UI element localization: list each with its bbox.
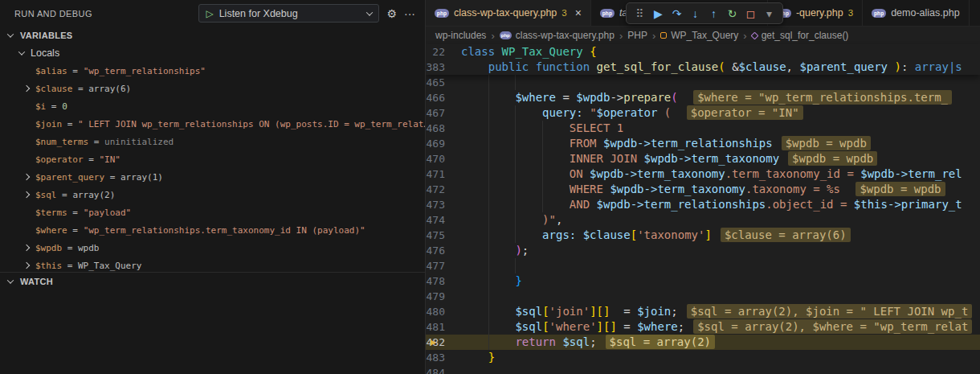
code-line[interactable]: 476);	[426, 243, 980, 258]
session-dropdown-icon[interactable]: ▾	[762, 8, 776, 19]
indent-guide	[488, 121, 516, 136]
expand-chevron-icon[interactable]	[24, 192, 35, 197]
restart-button-icon[interactable]: ↻	[725, 8, 739, 19]
line-number[interactable]: 480	[426, 304, 461, 319]
code-line[interactable]: 484	[426, 365, 980, 374]
continue-button-icon[interactable]: ▶	[651, 8, 665, 19]
code-line[interactable]: ▶482return $sql;$sql = array(2)	[426, 335, 980, 350]
code-line[interactable]: 483}	[426, 350, 980, 365]
step-out-button-icon[interactable]: ↑	[707, 8, 721, 19]
line-number[interactable]: 465	[426, 75, 461, 90]
expand-chevron-icon[interactable]	[24, 175, 35, 179]
variables-section-header[interactable]: VARIABLES	[0, 27, 425, 44]
code-line[interactable]: 474)",	[426, 212, 980, 228]
variable-value: array(6)	[88, 84, 131, 94]
line-number[interactable]: 467	[426, 105, 461, 121]
line-number[interactable]: 475	[426, 228, 461, 243]
watch-section-header[interactable]: WATCH	[0, 272, 425, 290]
variable-row[interactable]: $clause = array(6)	[0, 80, 425, 97]
variable-row[interactable]: $i = 0	[0, 97, 425, 115]
line-number[interactable]: 466	[426, 90, 461, 105]
breadcrumb-separator: ›	[491, 30, 494, 42]
breadcrumb-item[interactable]: wp-includes	[435, 30, 486, 41]
step-over-button-icon[interactable]: ↷	[670, 8, 684, 19]
code-line[interactable]: 471ON $wpdb->term_taxonomy.term_taxonomy…	[426, 166, 980, 182]
variable-row[interactable]: $alias = "wp_term_relationships"	[0, 62, 425, 80]
code-token: ,	[786, 60, 800, 73]
code-line[interactable]: 473AND $wpdb->term_relationships.object_…	[426, 197, 980, 212]
indent-guide	[488, 182, 516, 197]
code-line[interactable]: 466$where = $wpdb->prepare( $where = "wp…	[426, 90, 980, 105]
code-line[interactable]: 468SELECT 1	[426, 121, 980, 136]
line-number[interactable]: 473	[426, 197, 461, 212]
code-line[interactable]: 480$sql['join'][] = $join;$sql = array(2…	[426, 304, 980, 319]
line-number[interactable]: 469	[426, 136, 461, 151]
line-number[interactable]: 472	[426, 182, 461, 197]
code-token: ;	[678, 320, 684, 333]
tab[interactable]: phpdemo-alias.php	[863, 0, 969, 26]
tab[interactable]: phpclass-wp-tax-query.php3×	[426, 0, 591, 26]
expand-chevron-icon[interactable]	[24, 245, 35, 250]
indent-guide	[461, 243, 488, 258]
gear-icon[interactable]: ⚙	[386, 8, 397, 19]
variable-row[interactable]: $parent_query = array(1)	[0, 168, 425, 186]
variable-row[interactable]: $operator = "IN"	[0, 150, 425, 168]
line-content: WHERE $wpdb->term_taxonomy.taxonomy = %s…	[461, 183, 945, 195]
line-number[interactable]: 471	[426, 166, 461, 182]
step-into-button-icon[interactable]: ↓	[688, 8, 702, 19]
code-line[interactable]: 479	[426, 289, 980, 304]
code-line[interactable]: 467query: "$operator ( $operator = "IN"	[426, 105, 980, 121]
variable-row[interactable]: $wpdb = wpdb	[0, 239, 425, 257]
scope-locals-row[interactable]: Locals	[0, 44, 425, 62]
expand-chevron-icon[interactable]	[24, 263, 35, 268]
indent-guide	[461, 136, 488, 151]
variable-row[interactable]: $join = " LEFT JOIN wp_term_relationship…	[0, 115, 425, 133]
start-debugging-icon[interactable]: ▷	[206, 9, 213, 18]
line-number[interactable]: 470	[426, 151, 461, 166]
variable-row[interactable]: $terms = "payload"	[0, 203, 425, 221]
line-number[interactable]: 481	[426, 319, 461, 335]
code-line[interactable]: 475args: $clause['taxonomy']$clause = ar…	[426, 228, 980, 243]
drag-handle-icon[interactable]: ⠿	[633, 8, 647, 19]
more-actions-icon[interactable]: ···	[404, 8, 415, 19]
sticky-line[interactable]: 383public function get_sql_for_clause( &…	[426, 60, 980, 75]
line-number[interactable]: 383	[426, 60, 461, 75]
debug-inline-hint: $operator = "IN"	[687, 105, 803, 120]
tab-label: demo-alias.php	[891, 7, 959, 18]
code-line[interactable]: 469FROM $wpdb->term_relationships$wpdb =…	[426, 136, 980, 151]
variable-row[interactable]: $sql = array(2)	[0, 186, 425, 203]
code-line[interactable]: 478}	[426, 273, 980, 289]
variable-row[interactable]: $this = WP_Tax_Query	[0, 257, 425, 272]
indent-guide	[542, 121, 570, 136]
code-line[interactable]: 470INNER JOIN $wpdb->term_taxonomy$wpdb …	[426, 151, 980, 166]
line-number[interactable]: 484	[426, 365, 461, 374]
variable-value: array(1)	[120, 172, 163, 183]
variable-row[interactable]: $where = "wp_term_relationships.term_tax…	[0, 221, 425, 239]
breadcrumb-item[interactable]: phpclass-wp-tax-query.php	[500, 30, 615, 41]
line-number[interactable]: 477	[426, 258, 461, 273]
line-number[interactable]: 22	[426, 44, 461, 60]
line-number[interactable]: 478	[426, 273, 461, 289]
debug-config-dropdown[interactable]: ▷ Listen for Xdebug	[198, 4, 379, 23]
code-line[interactable]: 477	[426, 258, 980, 273]
code-line[interactable]: 481$sql['where'][] = $where;$sql = array…	[426, 319, 980, 335]
variable-row[interactable]: $num_terms = uninitialized	[0, 133, 425, 150]
line-number[interactable]: 479	[426, 289, 461, 304]
expand-chevron-icon[interactable]	[24, 86, 35, 91]
breadcrumb-item[interactable]: get_sql_for_clause()	[752, 30, 849, 41]
line-number[interactable]: 476	[426, 243, 461, 258]
code-line[interactable]: 472WHERE $wpdb->term_taxonomy.taxonomy =…	[426, 182, 980, 197]
stop-button-icon[interactable]: ◻	[744, 8, 757, 19]
code-line[interactable]: 465	[426, 75, 980, 90]
tab-label: class-wp-tax-query.php	[454, 7, 557, 18]
breadcrumb-separator: ›	[652, 30, 655, 42]
breadcrumb-item[interactable]: PHP	[627, 30, 647, 41]
indent-guide	[488, 90, 516, 105]
line-number[interactable]: 474	[426, 212, 461, 228]
sticky-line[interactable]: 22class WP_Tax_Query {	[426, 44, 980, 60]
line-number[interactable]: 468	[426, 121, 461, 136]
code-token: )	[515, 244, 521, 257]
breadcrumb-item[interactable]: WP_Tax_Query	[660, 30, 738, 41]
line-number[interactable]: 483	[426, 350, 461, 365]
tab-close-icon[interactable]: ×	[575, 6, 582, 19]
